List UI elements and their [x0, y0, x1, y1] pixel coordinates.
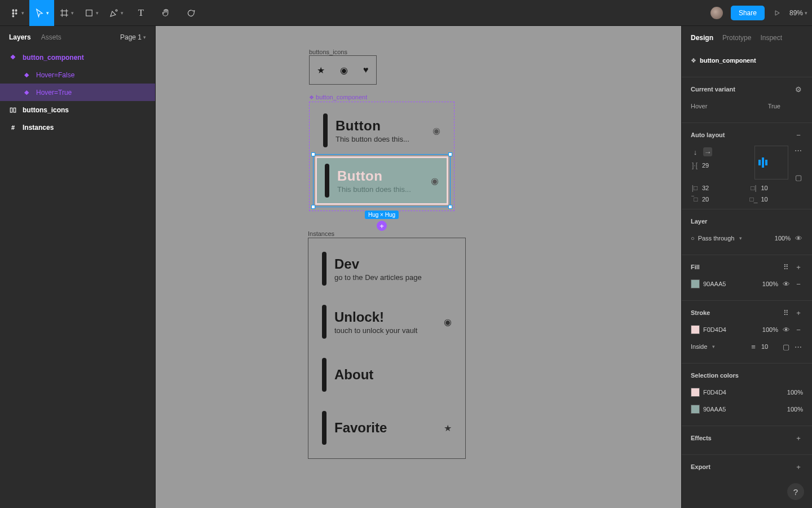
- stroke-styles-button[interactable]: ⠿: [782, 308, 791, 317]
- tab-design[interactable]: Design: [691, 34, 713, 42]
- buttons-icons-frame[interactable]: ★ ◉ ♥: [309, 55, 377, 85]
- button-component-frame[interactable]: Button This button does this... ◉ Button…: [309, 102, 454, 211]
- padding-left-input[interactable]: [702, 185, 719, 191]
- remove-stroke-button[interactable]: −: [794, 325, 803, 334]
- independent-padding-button[interactable]: ▢: [794, 173, 803, 182]
- stroke-more-button[interactable]: ⋯: [794, 342, 803, 351]
- selection-handle[interactable]: [311, 205, 315, 209]
- tab-prototype[interactable]: Prototype: [722, 34, 751, 42]
- stroke-swatch[interactable]: [691, 325, 700, 334]
- add-fill-button[interactable]: +: [794, 262, 803, 271]
- current-variant-section: Current variant ⚙ Hover True: [682, 77, 812, 123]
- figma-menu-button[interactable]: ▾: [5, 0, 29, 26]
- layer-label: buttons_icons: [23, 106, 69, 114]
- variant-prop-value[interactable]: True: [768, 103, 780, 110]
- layer-button-component[interactable]: ❖ button_component: [0, 49, 155, 66]
- padding-right-input[interactable]: [761, 185, 778, 191]
- remove-fill-button[interactable]: −: [794, 279, 803, 288]
- instance-dev[interactable]: Dev go to the Dev articles page: [314, 246, 460, 291]
- chevron-down-icon: ▾: [96, 10, 99, 16]
- visibility-icon[interactable]: 👁: [794, 234, 803, 243]
- stroke-opacity-value[interactable]: 100%: [762, 326, 778, 333]
- selection-color-hex[interactable]: F0D4D4: [703, 389, 726, 396]
- stroke-weight-input[interactable]: [761, 343, 778, 350]
- svg-rect-4: [12, 15, 15, 17]
- section-label: Effects: [691, 435, 712, 441]
- layer-buttons-icons[interactable]: ▯▯ buttons_icons: [0, 101, 155, 119]
- visibility-icon[interactable]: 👁: [782, 279, 791, 288]
- tab-inspect[interactable]: Inspect: [760, 34, 782, 42]
- autolayout-more-button[interactable]: ⋯: [794, 146, 803, 155]
- button-variant-hover[interactable]: Button This button does this... ◉: [315, 156, 448, 205]
- accent-bar: [325, 164, 329, 198]
- move-tool-button[interactable]: ▾: [29, 0, 54, 26]
- selection-color-hex[interactable]: 90AAA5: [703, 406, 726, 413]
- blend-mode-dropdown[interactable]: ○ Pass through ▾: [691, 235, 742, 242]
- frame-label-icons[interactable]: buttons_icons: [309, 49, 347, 55]
- pen-tool-button[interactable]: ▾: [104, 0, 129, 26]
- section-label: Selection colors: [691, 372, 739, 379]
- text-tool-button[interactable]: T: [129, 0, 153, 26]
- visibility-icon[interactable]: 👁: [782, 325, 791, 334]
- add-effect-button[interactable]: +: [794, 433, 803, 443]
- canvas[interactable]: buttons_icons ★ ◉ ♥ ❖ button_component B…: [156, 26, 681, 508]
- direction-horizontal-button[interactable]: →: [703, 147, 712, 156]
- layer-instances[interactable]: # Instances: [0, 119, 155, 136]
- accent-bar: [322, 305, 326, 339]
- tab-assets[interactable]: Assets: [41, 33, 61, 41]
- alignment-box[interactable]: [754, 146, 788, 179]
- frame-label-component[interactable]: ❖ button_component: [309, 94, 367, 100]
- present-button[interactable]: [773, 8, 782, 17]
- button-variant-default[interactable]: Button This button does this... ◉: [315, 108, 448, 153]
- layer-hover-true[interactable]: ◆ Hover=True: [0, 84, 155, 101]
- selection-handle[interactable]: [448, 152, 452, 156]
- stroke-hex-value[interactable]: F0D4D4: [703, 326, 726, 333]
- selection-color-opacity[interactable]: 100%: [787, 389, 803, 396]
- add-variant-button[interactable]: +: [377, 221, 387, 231]
- layer-hover-false[interactable]: ◆ Hover=False: [0, 66, 155, 84]
- stroke-align-dropdown[interactable]: Inside ▾: [691, 343, 715, 350]
- add-export-button[interactable]: +: [794, 462, 803, 471]
- hand-tool-button[interactable]: [153, 0, 178, 26]
- selection-color-swatch[interactable]: [691, 388, 700, 397]
- instance-unlock[interactable]: Unlock! touch to unlock your vault ◉: [314, 299, 460, 344]
- frame-label-instances[interactable]: Instances: [308, 230, 334, 237]
- instance-about[interactable]: About: [314, 352, 460, 397]
- gap-icon: ]·[: [691, 161, 699, 169]
- fill-styles-button[interactable]: ⠿: [782, 262, 791, 271]
- stroke-sides-button[interactable]: ▢: [782, 342, 791, 351]
- component-label: button_component: [316, 94, 367, 100]
- parent-component-name[interactable]: button_component: [700, 57, 756, 64]
- variant-icon: ◆: [23, 89, 30, 96]
- fill-opacity-value[interactable]: 100%: [762, 281, 778, 287]
- gap-input[interactable]: [702, 162, 719, 169]
- selection-color-swatch[interactable]: [691, 405, 700, 414]
- add-stroke-button[interactable]: +: [794, 308, 803, 317]
- frame-tool-button[interactable]: ▾: [54, 0, 79, 26]
- help-button[interactable]: ?: [787, 483, 804, 500]
- user-avatar[interactable]: [710, 7, 723, 19]
- padding-bottom-input[interactable]: [761, 196, 778, 203]
- selection-handle[interactable]: [448, 205, 452, 209]
- layer-opacity-value[interactable]: 100%: [775, 235, 791, 242]
- direction-vertical-button[interactable]: ↓: [691, 147, 700, 156]
- fill-hex-value[interactable]: 90AAA5: [703, 281, 726, 287]
- zoom-dropdown[interactable]: 89% ▾: [789, 9, 807, 17]
- padding-top-input[interactable]: [702, 196, 719, 203]
- tab-layers[interactable]: Layers: [9, 33, 31, 41]
- stroke-weight-icon: ≡: [749, 342, 758, 351]
- instances-frame[interactable]: Dev go to the Dev articles page Unlock! …: [308, 238, 466, 459]
- comment-tool-button[interactable]: [178, 0, 203, 26]
- right-panel-tabs: Design Prototype Inspect: [682, 26, 812, 49]
- variant-settings-icon[interactable]: ⚙: [794, 85, 803, 94]
- shape-tool-button[interactable]: ▾: [79, 0, 104, 26]
- selection-color-opacity[interactable]: 100%: [787, 406, 803, 413]
- page-selector[interactable]: Page 1 ▾: [120, 33, 146, 41]
- fill-swatch[interactable]: [691, 279, 700, 288]
- share-button[interactable]: Share: [731, 6, 765, 20]
- instance-favorite[interactable]: Favorite ★: [314, 405, 460, 450]
- layer-label: Hover=True: [36, 89, 72, 97]
- stroke-align-value: Inside: [691, 343, 707, 350]
- selection-handle[interactable]: [311, 152, 315, 156]
- remove-autolayout-button[interactable]: −: [794, 130, 803, 139]
